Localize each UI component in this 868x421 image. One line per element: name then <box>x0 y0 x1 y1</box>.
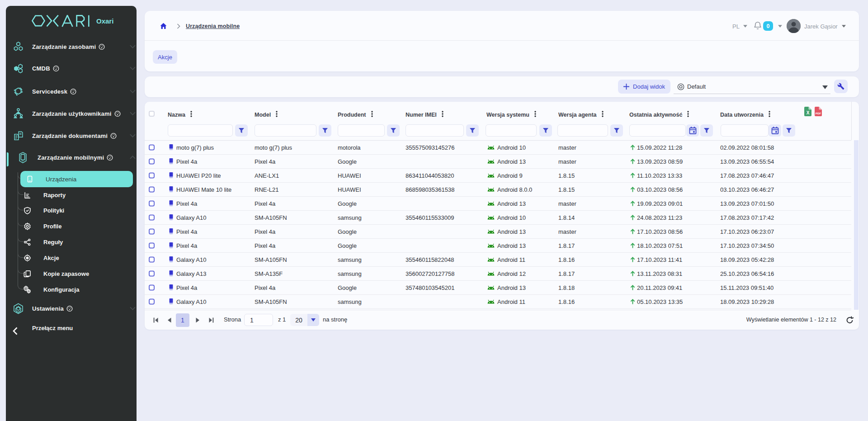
svg-text:PDF: PDF <box>816 112 821 115</box>
svg-text:Oxari: Oxari <box>96 17 113 25</box>
svg-text:X: X <box>807 110 810 115</box>
